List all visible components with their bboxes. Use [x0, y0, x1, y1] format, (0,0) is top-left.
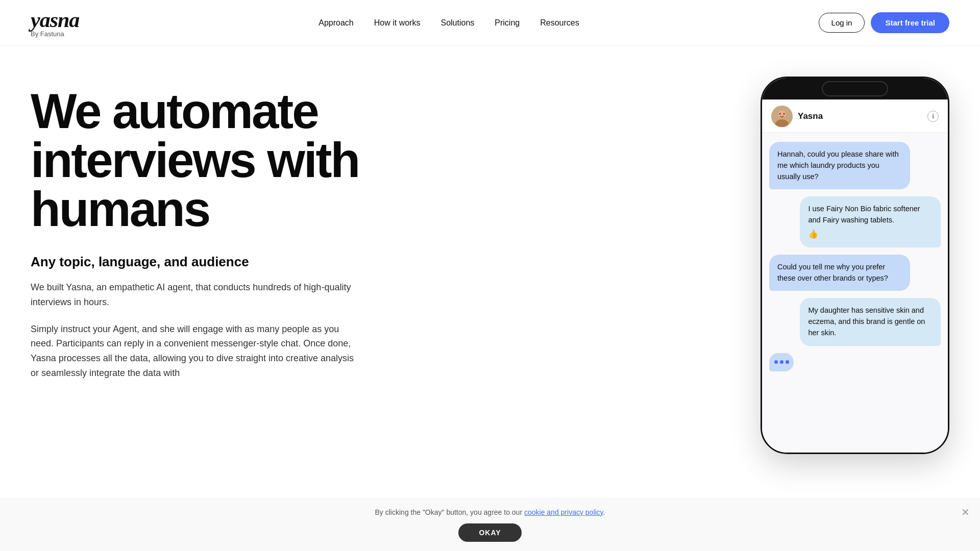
- message-3: My daughter has sensitive skin and eczem…: [800, 298, 941, 345]
- navbar: yasna By Fastuna Approach How it works S…: [0, 0, 980, 46]
- svg-point-5: [783, 113, 785, 115]
- phone-header: Yasna ℹ: [762, 99, 948, 133]
- logo-text: yasna: [31, 8, 79, 32]
- phone-bot-name: Yasna: [798, 111, 823, 121]
- nav-approach[interactable]: Approach: [318, 18, 354, 28]
- phone-mockup: Yasna ℹ Hannah, could you please share w…: [761, 77, 949, 454]
- nav-actions: Log in Start free trial: [819, 12, 949, 33]
- avatar: [771, 106, 793, 127]
- message-0: Hannah, could you please share with me w…: [769, 142, 910, 189]
- typing-indicator: [769, 353, 794, 371]
- logo[interactable]: yasna By Fastuna: [31, 8, 79, 38]
- hero-desc-1: We built Yasna, an empathetic AI agent, …: [31, 280, 357, 310]
- svg-point-4: [779, 113, 781, 115]
- hero-desc-2: Simply instruct your Agent, and she will…: [31, 322, 357, 381]
- hero-content: We automate interviews with humans Any t…: [31, 77, 449, 393]
- nav-pricing[interactable]: Pricing: [495, 18, 520, 28]
- hero-section: We automate interviews with humans Any t…: [0, 46, 980, 505]
- nav-resources[interactable]: Resources: [540, 18, 579, 28]
- start-trial-button[interactable]: Start free trial: [871, 12, 949, 33]
- phone-mockup-container: Yasna ℹ Hannah, could you please share w…: [761, 77, 949, 454]
- message-1: I use Fairy Non Bio fabric softener and …: [800, 196, 941, 247]
- cookie-banner: ✕ By clicking the "Okay" button, you agr…: [0, 498, 980, 505]
- phone-messages: Hannah, could you please share with me w…: [762, 133, 948, 453]
- login-button[interactable]: Log in: [819, 13, 865, 33]
- hero-headline: We automate interviews with humans: [31, 87, 449, 234]
- logo-sub: By Fastuna: [31, 30, 79, 38]
- nav-solutions[interactable]: Solutions: [440, 18, 474, 28]
- hero-sub-title: Any topic, language, and audience: [31, 254, 449, 270]
- nav-how-it-works[interactable]: How it works: [374, 18, 421, 28]
- message-2: Could you tell me why you prefer these o…: [769, 255, 910, 291]
- nav-links: Approach How it works Solutions Pricing …: [318, 18, 579, 28]
- info-icon[interactable]: ℹ: [927, 111, 939, 122]
